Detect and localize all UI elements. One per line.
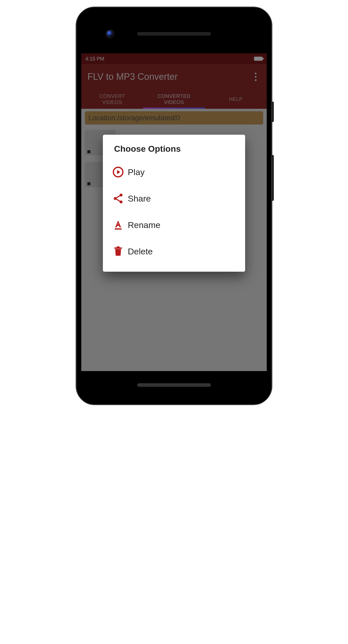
svg-rect-4: [115, 228, 122, 229]
phone-inner: 4:15 PM FLV to MP3 Converter CONVERT VID…: [81, 13, 267, 399]
share-icon: [112, 192, 125, 205]
front-camera: [107, 30, 113, 37]
rename-icon: [112, 218, 125, 232]
svg-point-2: [114, 197, 117, 200]
side-button-volume: [272, 155, 274, 201]
option-delete[interactable]: Delete: [103, 238, 245, 265]
earpiece-speaker: [137, 32, 211, 36]
play-circle-icon: [112, 165, 125, 179]
svg-point-1: [120, 194, 123, 197]
dialog-title: Choose Options: [103, 144, 245, 159]
side-button-power: [272, 102, 274, 122]
svg-point-3: [120, 201, 123, 204]
screen: 4:15 PM FLV to MP3 Converter CONVERT VID…: [81, 53, 267, 371]
option-label: Delete: [128, 247, 153, 256]
option-share[interactable]: Share: [103, 185, 245, 212]
option-label: Play: [128, 167, 145, 177]
option-play[interactable]: Play: [103, 159, 245, 185]
option-label: Share: [128, 194, 151, 204]
trash-icon: [112, 245, 125, 258]
phone-bottom-bezel: [81, 371, 267, 399]
phone-frame: 4:15 PM FLV to MP3 Converter CONVERT VID…: [76, 8, 272, 404]
option-label: Rename: [128, 220, 161, 230]
option-rename[interactable]: Rename: [103, 212, 245, 238]
bottom-speaker: [137, 383, 211, 387]
options-dialog: Choose Options Play: [103, 135, 245, 272]
phone-top-bezel: [81, 13, 267, 53]
